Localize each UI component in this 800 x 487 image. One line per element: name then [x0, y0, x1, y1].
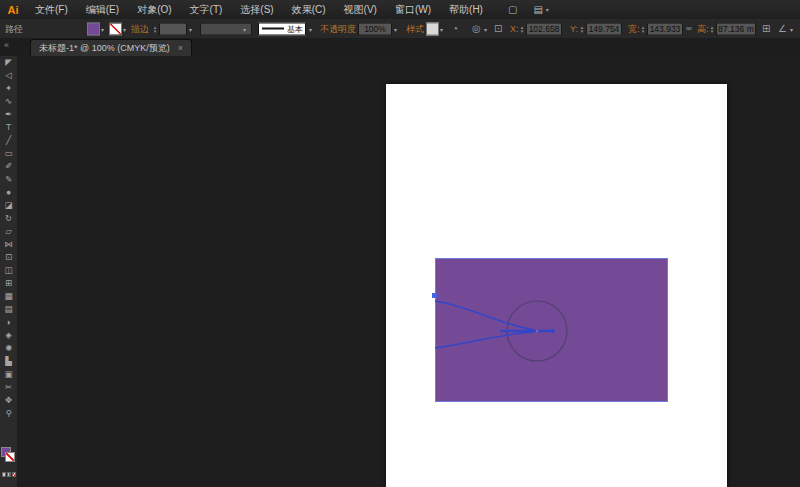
shear-icon[interactable]: ∠: [778, 24, 787, 34]
stepper-down-icon[interactable]: ▾: [152, 29, 158, 33]
eraser-tool[interactable]: ◪: [0, 199, 17, 212]
y-label: Y:: [570, 24, 578, 34]
align-panel-icon[interactable]: ⊡: [494, 24, 502, 34]
x-label: X:: [510, 24, 519, 34]
menu-item-2[interactable]: 对象(O): [128, 0, 180, 19]
zoom-tool[interactable]: ⚲: [0, 407, 17, 420]
magic-wand-tool[interactable]: ✦: [0, 82, 17, 95]
document-tab-bar: « 未标题-1* @ 100% (CMYK/预览) ×: [0, 38, 800, 57]
color-mode-buttons: [0, 472, 17, 477]
y-stepper[interactable]: ▴ ▾: [579, 25, 585, 33]
menu-item-5[interactable]: 效果(C): [283, 0, 335, 19]
blend-tool[interactable]: ◈: [0, 329, 17, 342]
menu-item-7[interactable]: 窗口(W): [386, 0, 440, 19]
style-label[interactable]: 样式: [406, 22, 424, 35]
line-segment-tool[interactable]: ╱: [0, 134, 17, 147]
column-graph-tool[interactable]: ▙: [0, 355, 17, 368]
shear-dropdown-icon[interactable]: ▾: [790, 25, 793, 32]
scale-tool[interactable]: ▱: [0, 225, 17, 238]
eyedropper-tool[interactable]: ◗: [0, 316, 17, 329]
path-end-point[interactable]: [551, 329, 555, 333]
menu-item-6[interactable]: 视图(V): [335, 0, 386, 19]
gradient-tool[interactable]: ▤: [0, 303, 17, 316]
height-stepper[interactable]: ▴ ▾: [709, 25, 715, 33]
mesh-tool[interactable]: ▦: [0, 290, 17, 303]
arrange-documents-icon[interactable]: ▢: [508, 4, 517, 15]
style-dropdown-icon[interactable]: ▾: [440, 25, 443, 32]
menu-item-0[interactable]: 文件(F): [26, 0, 77, 19]
color-button[interactable]: [2, 472, 6, 477]
tools-panel: ◤◁✦∿✒T╱▭✐✎●◪↻▱⋈⊡◫⊞▦▤◗◈✺▙▣✂✥⚲: [0, 56, 18, 487]
menu-item-3[interactable]: 文字(T): [181, 0, 232, 19]
width-input[interactable]: 143.933: [647, 22, 683, 35]
menu-item-4[interactable]: 选择(S): [231, 0, 282, 19]
paintbrush-tool[interactable]: ✐: [0, 160, 17, 173]
stepper-down-icon[interactable]: ▾: [709, 29, 715, 33]
workspace-switcher-icon[interactable]: ▤: [533, 4, 542, 15]
none-button[interactable]: [12, 472, 16, 477]
lasso-tool[interactable]: ∿: [0, 95, 17, 108]
type-tool[interactable]: T: [0, 121, 17, 134]
gradient-button[interactable]: [7, 472, 11, 477]
blob-brush-tool[interactable]: ●: [0, 186, 17, 199]
rotate-tool[interactable]: ↻: [0, 212, 17, 225]
slice-tool[interactable]: ✂: [0, 381, 17, 394]
document-title: 未标题-1* @ 100% (CMYK/预览): [39, 42, 170, 55]
y-input[interactable]: 149.754: [586, 22, 622, 35]
selection-tool[interactable]: ◤: [0, 56, 17, 69]
stepper-down-icon[interactable]: ▾: [579, 29, 585, 33]
x-input[interactable]: 102.658: [526, 22, 562, 35]
stroke-weight-label[interactable]: 描边: [131, 22, 149, 35]
mask-dropdown-icon[interactable]: ▾: [484, 25, 487, 32]
pencil-tool[interactable]: ✎: [0, 173, 17, 186]
x-stepper[interactable]: ▴ ▾: [519, 25, 525, 33]
style-swatch[interactable]: [426, 22, 439, 35]
artboard-tool[interactable]: ▣: [0, 368, 17, 381]
fill-color-swatch[interactable]: [87, 22, 100, 35]
menu-items: 文件(F)编辑(E)对象(O)文字(T)选择(S)效果(C)视图(V)窗口(W)…: [26, 0, 492, 19]
brush-dropdown-icon[interactable]: ▾: [309, 25, 312, 32]
fill-dropdown-icon[interactable]: ▾: [101, 25, 104, 32]
menu-bar: Ai 文件(F)编辑(E)对象(O)文字(T)选择(S)效果(C)视图(V)窗口…: [0, 0, 800, 20]
profile-dropdown-icon[interactable]: ▾: [243, 25, 246, 32]
shape-builder-tool[interactable]: ◫: [0, 264, 17, 277]
tab-close-icon[interactable]: ×: [178, 43, 183, 53]
constrain-proportions-icon[interactable]: ∞: [686, 24, 692, 34]
canvas-pasteboard[interactable]: [17, 56, 800, 487]
stroke-weight-input[interactable]: [159, 22, 187, 35]
artwork-layer: [386, 84, 727, 487]
rectangle-tool[interactable]: ▭: [0, 147, 17, 160]
stroke-weight-dropdown-icon[interactable]: ▾: [189, 25, 192, 32]
stroke-none-indicator[interactable]: [5, 452, 15, 462]
workspace-dropdown-icon[interactable]: ▾: [546, 6, 549, 13]
opacity-input[interactable]: 100%: [358, 22, 392, 35]
perspective-grid-tool[interactable]: ⊞: [0, 277, 17, 290]
stepper-down-icon[interactable]: ▾: [640, 29, 646, 33]
transform-panel-icon[interactable]: ⊞: [762, 24, 770, 34]
opacity-label[interactable]: 不透明度: [320, 22, 356, 35]
tool-list: ◤◁✦∿✒T╱▭✐✎●◪↻▱⋈⊡◫⊞▦▤◗◈✺▙▣✂✥⚲: [0, 56, 17, 420]
free-transform-tool[interactable]: ⊡: [0, 251, 17, 264]
menu-item-1[interactable]: 编辑(E): [77, 0, 128, 19]
width-tool[interactable]: ⋈: [0, 238, 17, 251]
menu-item-8[interactable]: 帮助(H): [440, 0, 492, 19]
direct-selection-tool[interactable]: ◁: [0, 69, 17, 82]
recolor-artwork-icon[interactable]: ◔: [452, 24, 458, 34]
pen-tool[interactable]: ✒: [0, 108, 17, 121]
width-stepper[interactable]: ▴ ▾: [640, 25, 646, 33]
height-input[interactable]: 87.136 m: [716, 22, 756, 35]
hand-tool[interactable]: ✥: [0, 394, 17, 407]
stroke-weight-stepper[interactable]: ▴ ▾: [152, 25, 158, 33]
stroke-dropdown-icon[interactable]: ▾: [123, 25, 126, 32]
document-tab[interactable]: 未标题-1* @ 100% (CMYK/预览) ×: [30, 39, 192, 56]
brush-definition-select[interactable]: 基本: [258, 22, 306, 35]
toolbar-collapse-icon[interactable]: «: [4, 40, 9, 50]
anchor-point[interactable]: [432, 293, 437, 298]
stroke-color-swatch[interactable]: [109, 22, 122, 35]
stepper-down-icon[interactable]: ▾: [519, 29, 525, 33]
fill-stroke-indicator[interactable]: [0, 446, 17, 466]
symbol-sprayer-tool[interactable]: ✺: [0, 342, 17, 355]
artboard[interactable]: [386, 84, 727, 487]
opacity-dropdown-icon[interactable]: ▾: [394, 25, 397, 32]
opacity-mask-icon[interactable]: ◎: [472, 24, 481, 34]
